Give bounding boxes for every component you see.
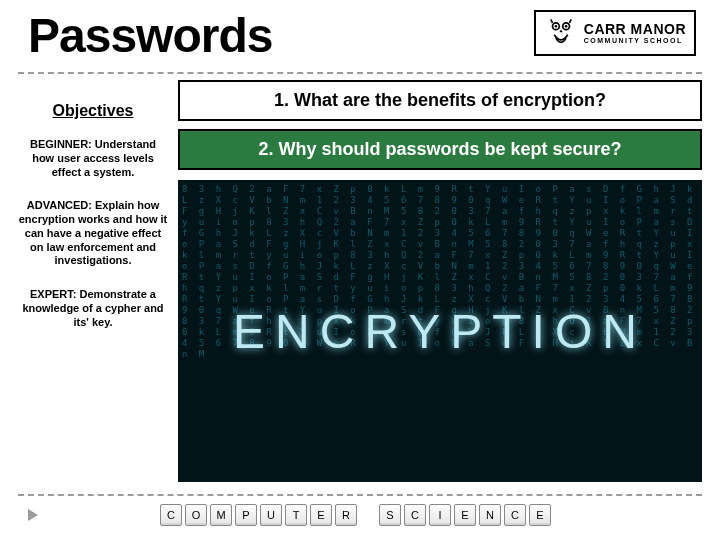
question-1: 1. What are the benefits of encryption? — [178, 80, 702, 121]
keyboard-key: E — [310, 504, 332, 526]
encryption-word: ENCRYPTION — [233, 304, 647, 359]
keys-group-2: SCIENCE — [379, 504, 551, 526]
advanced-label: ADVANCED: — [27, 199, 92, 211]
keyboard-key: P — [235, 504, 257, 526]
sidebar-heading: Objectives — [18, 102, 168, 120]
school-name: CARR MANOR COMMUNITY SCHOOL — [584, 22, 686, 44]
keyboard-key: E — [454, 504, 476, 526]
keyboard-key: S — [379, 504, 401, 526]
main: 1. What are the benefits of encryption? … — [178, 80, 702, 482]
school-sub: COMMUNITY SCHOOL — [584, 37, 686, 44]
keyboard-key: U — [260, 504, 282, 526]
keyboard-key: C — [504, 504, 526, 526]
page-title: Passwords — [28, 8, 272, 63]
keyboard-key: N — [479, 504, 501, 526]
keyboard-key: T — [285, 504, 307, 526]
owl-icon — [544, 16, 578, 50]
objective-expert: EXPERT: Demonstrate a knowledge of a cyp… — [18, 288, 168, 329]
expert-label: EXPERT: — [30, 288, 76, 300]
keyboard-key: C — [160, 504, 182, 526]
school-main: CARR MANOR — [584, 22, 686, 37]
keyboard-key: I — [429, 504, 451, 526]
keyboard-key: R — [335, 504, 357, 526]
question-2: 2. Why should passwords be kept secure? — [178, 129, 702, 170]
encryption-image: 8 3 h Q 2 a F 7 x Z p 0 k L m 9 R t Y u … — [178, 180, 702, 482]
content: Objectives BEGINNER: Understand how user… — [0, 74, 720, 482]
svg-point-2 — [554, 25, 557, 28]
svg-point-3 — [565, 25, 568, 28]
keyboard-key: C — [404, 504, 426, 526]
objective-beginner: BEGINNER: Understand how user access lev… — [18, 138, 168, 179]
footer: COMPUTER SCIENCE — [18, 494, 702, 526]
play-icon[interactable] — [28, 509, 38, 521]
keyboard-key: O — [185, 504, 207, 526]
school-logo: CARR MANOR COMMUNITY SCHOOL — [534, 10, 696, 56]
footer-row: COMPUTER SCIENCE — [18, 496, 702, 526]
beginner-label: BEGINNER: — [30, 138, 92, 150]
keyboard-key: E — [529, 504, 551, 526]
header: Passwords CARR MANOR COMMUNITY SCHOOL — [0, 0, 720, 72]
keys-group-1: COMPUTER — [160, 504, 357, 526]
keyboard-key: M — [210, 504, 232, 526]
objective-advanced: ADVANCED: Explain how encryption works a… — [18, 199, 168, 268]
sidebar: Objectives BEGINNER: Understand how user… — [18, 80, 168, 482]
